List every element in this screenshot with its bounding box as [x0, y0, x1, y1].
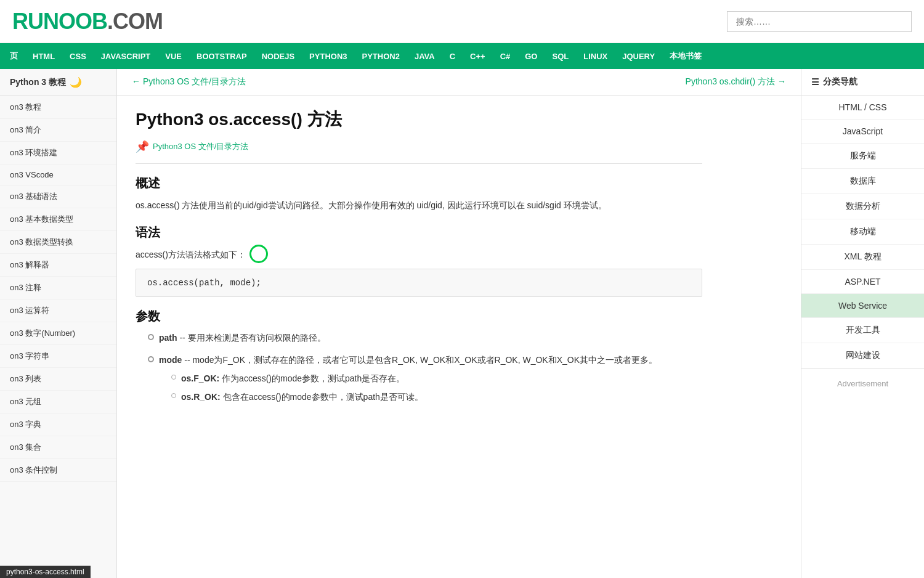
overview-text: os.access() 方法使用当前的uid/gid尝试访问路径。大部分操作使用… [136, 198, 702, 213]
section-overview: 概述 [136, 175, 702, 192]
sidebar-item-s-comment[interactable]: on3 注释 [0, 277, 116, 299]
right-sidebar-item-rs-data[interactable]: 数据分析 [801, 194, 924, 219]
nav-item-nav-c[interactable]: C [442, 43, 463, 69]
sidebar-item-s-intro[interactable]: on3 简介 [0, 119, 116, 142]
sidebar-item-s-tutorial[interactable]: on3 教程 [0, 96, 116, 119]
code-text: os.access(path, mode); [147, 278, 261, 288]
article: Python3 os.access() 方法 📌 Python3 OS 文件/目… [117, 96, 721, 428]
sidebar-item-s-set[interactable]: on3 集合 [0, 436, 116, 459]
arrow-icon: 📌 [136, 140, 149, 153]
breadcrumb-bar: ← Python3 OS 文件/目录方法 Python3 os.chdir() … [117, 69, 801, 96]
main-navbar: 页HTMLCSSJAVASCRIPTVUEBOOTSTRAPNODEJSPYTH… [0, 43, 924, 69]
moon-icon: 🌙 [70, 76, 82, 88]
sidebar-title-text: Python 3 教程 [10, 77, 66, 88]
sidebar-item-s-vscode[interactable]: on3 VScode [0, 165, 116, 185]
back-link-row: 📌 Python3 OS 文件/目录方法 [136, 140, 702, 164]
param-list: path -- 要用来检测是否有访问权限的路径。mode -- mode为F_O… [148, 331, 702, 408]
sidebar-item-s-env[interactable]: on3 环境搭建 [0, 142, 116, 165]
right-sidebar-item-rs-xml[interactable]: XML 教程 [801, 245, 924, 270]
nav-item-nav-go[interactable]: GO [517, 43, 545, 69]
nav-item-nav-home[interactable]: 页 [2, 43, 25, 69]
sidebar-title: Python 3 教程 🌙 [0, 69, 116, 96]
right-sidebar-items: HTML / CSSJavaScript服务端数据库数据分析移动端XML 教程A… [801, 96, 924, 368]
nav-item-nav-java[interactable]: JAVA [407, 43, 442, 69]
nav-item-nav-js[interactable]: JAVASCRIPT [94, 43, 158, 69]
sub-param-item: os.F_OK: 作为access()的mode参数，测试path是否存在。 [171, 372, 657, 386]
sidebar-item-s-dict[interactable]: on3 字典 [0, 413, 116, 436]
breadcrumb-prev[interactable]: ← Python3 OS 文件/目录方法 [132, 76, 246, 88]
header: RUNOOB.COM [0, 0, 924, 43]
right-sidebar-item-rs-devtools[interactable]: 开发工具 [801, 318, 924, 343]
sidebar-items: on3 教程on3 简介on3 环境搭建on3 VScodeon3 基础语法on… [0, 96, 116, 482]
main-layout: Python 3 教程 🌙 on3 教程on3 简介on3 环境搭建on3 VS… [0, 69, 924, 578]
nav-item-nav-python3[interactable]: PYTHON3 [302, 43, 354, 69]
sidebar: Python 3 教程 🌙 on3 教程on3 简介on3 环境搭建on3 VS… [0, 69, 117, 578]
syntax-intro: access()方法语法格式如下： [136, 247, 702, 263]
right-sidebar-item-rs-website[interactable]: 网站建设 [801, 343, 924, 368]
sidebar-item-s-operator[interactable]: on3 运算符 [0, 299, 116, 322]
sidebar-item-s-condition[interactable]: on3 条件控制 [0, 459, 116, 482]
right-sidebar-item-rs-aspnet[interactable]: ASP.NET [801, 270, 924, 294]
back-link[interactable]: Python3 OS 文件/目录方法 [153, 141, 248, 152]
param-item: mode -- mode为F_OK，测试存在的路径，或者它可以是包含R_OK, … [148, 353, 702, 408]
section-syntax: 语法 [136, 224, 702, 241]
sidebar-item-s-convert[interactable]: on3 数据类型转换 [0, 231, 116, 254]
param-item: path -- 要用来检测是否有访问权限的路径。 [148, 331, 702, 346]
advertisement-box: Advertisement [801, 368, 924, 398]
logo-com: .COM [107, 9, 163, 34]
sidebar-item-s-syntax[interactable]: on3 基础语法 [0, 185, 116, 208]
sidebar-item-s-types[interactable]: on3 基本数据类型 [0, 208, 116, 231]
right-sidebar-item-rs-db[interactable]: 数据库 [801, 169, 924, 194]
right-sidebar-title-text: 分类导航 [823, 76, 857, 88]
code-block: os.access(path, mode); [136, 269, 702, 297]
nav-item-nav-html[interactable]: HTML [25, 43, 62, 69]
breadcrumb-next[interactable]: Python3 os.chdir() 方法 → [686, 76, 786, 88]
nav-item-nav-vue[interactable]: VUE [158, 43, 189, 69]
article-title: Python3 os.access() 方法 [136, 108, 702, 131]
sidebar-item-s-list[interactable]: on3 列表 [0, 368, 116, 391]
sidebar-item-s-string[interactable]: on3 字符串 [0, 345, 116, 368]
nav-item-nav-cpp[interactable]: C++ [463, 43, 493, 69]
list-icon: ☰ [811, 77, 819, 87]
status-bar: python3-os-access.html [0, 566, 91, 578]
nav-item-nav-nodejs[interactable]: NODEJS [254, 43, 302, 69]
sidebar-item-s-tuple[interactable]: on3 元组 [0, 391, 116, 413]
advertisement-label: Advertisement [837, 379, 888, 388]
right-sidebar-title: ☰ 分类导航 [801, 69, 924, 96]
right-sidebar-item-rs-js[interactable]: JavaScript [801, 120, 924, 144]
nav-item-nav-css[interactable]: CSS [62, 43, 94, 69]
nav-item-nav-bookmark[interactable]: 本地书签 [662, 43, 709, 69]
sidebar-item-s-number[interactable]: on3 数字(Number) [0, 322, 116, 345]
search-input[interactable] [727, 11, 912, 32]
status-url: python3-os-access.html [6, 568, 84, 576]
right-sidebar: ☰ 分类导航 HTML / CSSJavaScript服务端数据库数据分析移动端… [801, 69, 924, 578]
nav-item-nav-linux[interactable]: LINUX [576, 43, 615, 69]
right-sidebar-item-rs-webservice[interactable]: Web Service [801, 294, 924, 318]
logo-runoob: RUNOOB [12, 9, 107, 34]
nav-item-nav-csharp[interactable]: C# [493, 43, 518, 69]
right-sidebar-item-rs-html-css[interactable]: HTML / CSS [801, 96, 924, 120]
section-params: 参数 [136, 308, 702, 325]
right-sidebar-item-rs-server[interactable]: 服务端 [801, 144, 924, 169]
sidebar-item-s-interpreter[interactable]: on3 解释器 [0, 254, 116, 277]
logo[interactable]: RUNOOB.COM [12, 9, 163, 35]
right-sidebar-item-rs-mobile[interactable]: 移动端 [801, 219, 924, 245]
nav-item-nav-jquery[interactable]: JQUERY [615, 43, 662, 69]
content-area: ← Python3 OS 文件/目录方法 Python3 os.chdir() … [117, 69, 801, 578]
nav-item-nav-sql[interactable]: SQL [545, 43, 576, 69]
sub-param-item: os.R_OK: 包含在access()的mode参数中，测试path是否可读。 [171, 390, 657, 405]
nav-item-nav-python2[interactable]: PYTHON2 [355, 43, 407, 69]
nav-item-nav-bootstrap[interactable]: BOOTSTRAP [189, 43, 254, 69]
